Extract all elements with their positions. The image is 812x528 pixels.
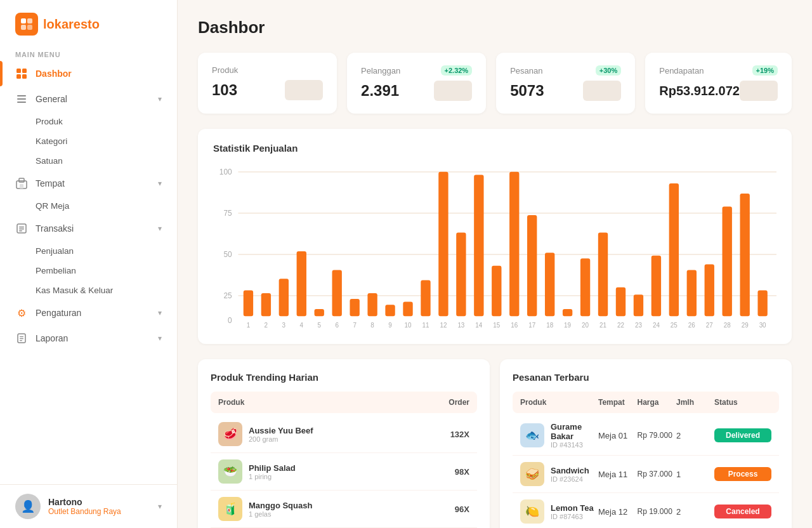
svg-text:7: 7 (353, 321, 357, 329)
svg-rect-39 (315, 309, 324, 316)
svg-text:21: 21 (599, 321, 606, 329)
svg-rect-73 (616, 287, 625, 317)
svg-rect-71 (598, 232, 608, 316)
svg-rect-45 (367, 293, 377, 316)
sidebar: lokaresto MAIN MENU Dashbor General ▾ Pr… (0, 0, 178, 528)
chart-section: Statistik Penjualan 100 75 50 25 0 12345… (198, 129, 792, 344)
svg-rect-79 (669, 183, 679, 316)
orders-status-2: Canceled (714, 505, 771, 518)
trending-thumb-2: 🧃 (218, 497, 242, 521)
trending-table-header: Produk Order (211, 392, 477, 413)
svg-text:0: 0 (228, 316, 232, 326)
orders-product-1: 🥪 Sandwich ID #23624 (520, 462, 598, 486)
orders-row-2: 🍋 Lemon Tea ID #87463 Meja 12 Rp 19.000 … (513, 493, 779, 528)
trending-sub-2: 1 gelas (249, 510, 312, 518)
tempat-icon (15, 177, 28, 190)
user-chevron: ▾ (158, 502, 162, 511)
svg-rect-31 (244, 290, 253, 316)
trending-count-1: 98X (419, 467, 469, 477)
sidebar-sub-kategori[interactable]: Kategori (0, 131, 177, 151)
svg-rect-8 (17, 95, 26, 96)
stat-badge-pelanggan: +2.32% (441, 65, 473, 76)
logo-icon (15, 13, 38, 36)
svg-text:100: 100 (219, 168, 232, 177)
sidebar-sub-kas[interactable]: Kas Masuk & Keluar (0, 280, 177, 300)
orders-thumb-1: 🥪 (520, 462, 544, 486)
orders-status-0: Delivered (714, 428, 771, 442)
svg-text:20: 20 (582, 321, 589, 329)
trending-name-0: Aussie Yuu Beef (249, 426, 313, 435)
orders-table-header: Produk Tempat Harga Jmlh Status (513, 392, 779, 413)
svg-rect-37 (297, 251, 306, 316)
svg-rect-33 (261, 293, 271, 316)
orders-id-0: ID #43143 (551, 441, 598, 449)
transaksi-label: Transaksi (36, 223, 74, 234)
sidebar-sub-qrmeja[interactable]: QR Meja (0, 196, 177, 216)
svg-rect-6 (16, 74, 21, 79)
bottom-sections: Produk Trending Harian Produk Order 🥩 Au… (198, 359, 792, 528)
sidebar-sub-produk[interactable]: Produk (0, 112, 177, 131)
orders-id-1: ID #23624 (551, 475, 589, 483)
svg-text:15: 15 (493, 321, 500, 329)
laporan-chevron: ▾ (158, 334, 162, 343)
stat-card-produk: Produk 103 (198, 53, 337, 114)
stat-card-pendapatan: Pendapatan +19% Rp53.912.072 (645, 53, 792, 114)
sidebar-sub-penjualan[interactable]: Penjualan (0, 241, 177, 261)
svg-text:25: 25 (223, 291, 232, 301)
svg-rect-19 (20, 336, 23, 337)
svg-rect-10 (17, 102, 26, 103)
orders-jmlh-2: 2 (676, 507, 714, 517)
trending-sub-1: 1 piring (249, 473, 296, 480)
sidebar-item-pengaturan[interactable]: ⚙ Pengaturan ▾ (0, 300, 177, 326)
svg-rect-65 (545, 253, 554, 316)
sidebar-item-dashbor[interactable]: Dashbor (0, 61, 177, 86)
trending-row-1: 🥗 Philip Salad 1 piring 98X (211, 453, 477, 491)
svg-text:2: 2 (265, 321, 268, 329)
stat-card-pesanan: Pesanan +30% 5073 (496, 53, 635, 114)
stat-label-pelanggan: Pelanggan (361, 66, 400, 76)
svg-rect-89 (757, 290, 767, 316)
stat-badge-pesanan: +30% (596, 65, 621, 76)
svg-text:1: 1 (247, 321, 251, 329)
trending-col-produk: Produk (218, 398, 419, 407)
orders-name-2: Lemon Tea (551, 503, 594, 513)
stat-value-pesanan: 5073 (510, 82, 544, 100)
general-label: General (36, 94, 67, 104)
svg-rect-49 (403, 302, 412, 317)
svg-rect-61 (509, 172, 519, 316)
orders-row-0: 🐟 Gurame Bakar ID #43143 Meja 01 Rp 79.0… (513, 416, 779, 456)
trending-product-0: 🥩 Aussie Yuu Beef 200 gram (218, 422, 419, 446)
svg-text:29: 29 (742, 321, 749, 329)
orders-col-status: Status (714, 398, 771, 407)
sidebar-item-tempat[interactable]: Tempat ▾ (0, 171, 177, 196)
sidebar-sub-pembelian[interactable]: Pembelian (0, 261, 177, 280)
sidebar-item-general[interactable]: General ▾ (0, 86, 177, 112)
trending-product-1: 🥗 Philip Salad 1 piring (218, 459, 419, 484)
orders-info-2: Lemon Tea ID #87463 (551, 503, 594, 520)
user-profile[interactable]: 👤 Hartono Outlet Bandung Raya ▾ (0, 484, 177, 528)
trending-thumb-1: 🥗 (218, 459, 242, 484)
svg-rect-51 (421, 280, 430, 316)
orders-row-1: 🥪 Sandwich ID #23624 Meja 11 Rp 37.000 1… (513, 456, 779, 493)
svg-text:22: 22 (617, 321, 624, 329)
orders-harga-1: Rp 37.000 (638, 470, 677, 478)
svg-text:3: 3 (282, 321, 286, 329)
svg-rect-9 (17, 98, 26, 100)
stat-label-pesanan: Pesanan (510, 66, 542, 76)
pengaturan-chevron: ▾ (158, 308, 162, 317)
sidebar-sub-satuan[interactable]: Satuan (0, 151, 177, 171)
svg-text:24: 24 (653, 321, 660, 329)
orders-tempat-1: Meja 11 (598, 470, 638, 479)
sidebar-item-laporan[interactable]: Laporan ▾ (0, 326, 177, 351)
pengaturan-icon: ⚙ (15, 307, 28, 319)
svg-rect-85 (723, 206, 732, 316)
svg-rect-12 (19, 178, 24, 182)
svg-rect-77 (652, 256, 661, 317)
stat-label-produk: Produk (212, 65, 238, 75)
svg-rect-16 (19, 228, 24, 230)
trending-product-2: 🧃 Manggo Squash 1 gelas (218, 497, 419, 521)
orders-info-1: Sandwich ID #23624 (551, 466, 589, 483)
orders-info-0: Gurame Bakar ID #43143 (551, 422, 598, 449)
sidebar-item-transaksi[interactable]: Transaksi ▾ (0, 216, 177, 241)
user-outlet: Outlet Bandung Raya (48, 507, 150, 516)
